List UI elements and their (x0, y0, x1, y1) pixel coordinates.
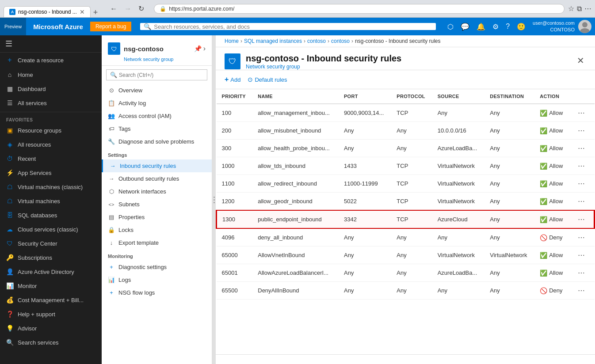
sidebar-item-security-center[interactable]: 🛡 Security Center (0, 236, 102, 250)
nsg-menu-subnets[interactable]: <> Subnets (102, 198, 212, 211)
bookmark-icon[interactable]: ☆ (568, 4, 574, 13)
more-button[interactable]: ⋯ (575, 214, 587, 224)
close-button[interactable]: ✕ (575, 53, 586, 68)
sidebar-item-advisor[interactable]: 💡 Advisor (0, 321, 102, 335)
cell-more[interactable]: ⋯ (570, 228, 595, 246)
add-button[interactable]: + Add (225, 74, 240, 85)
more-button[interactable]: ⋯ (575, 108, 587, 118)
breadcrumb-home[interactable]: Home (225, 38, 239, 44)
back-button[interactable]: ← (107, 4, 120, 14)
active-tab[interactable]: A nsg-contoso - Inbound ... ✕ (4, 6, 91, 17)
table-row[interactable]: 1100 allow_redirect_inbound 11000-11999 … (217, 175, 595, 193)
more-button[interactable]: ⋯ (575, 196, 587, 206)
sidebar-item-sql-databases[interactable]: 🗄 SQL databases (0, 208, 102, 222)
sidebar-item-resource-groups[interactable]: ▣ Resource groups (0, 123, 102, 137)
sidebar-item-azure-ad[interactable]: 👤 Azure Active Directory (0, 265, 102, 279)
sidebar-item-home[interactable]: ⌂ Home (0, 68, 102, 82)
table-row[interactable]: 200 allow_misubnet_inbound Any Any 10.0.… (217, 122, 595, 140)
sidebar-item-dashboard[interactable]: ▦ Dashboard (0, 82, 102, 96)
report-bug-button[interactable]: Report a bug (90, 22, 131, 31)
sidebar-item-vm-classic[interactable]: ☖ Virtual machines (classic) (0, 180, 102, 194)
breadcrumb-contoso-1[interactable]: contoso (307, 38, 326, 44)
table-row[interactable]: 65500 DenyAllInBound Any Any Any Any 🚫 D… (217, 282, 595, 300)
feedback-icon[interactable]: 💬 (458, 21, 472, 33)
nsg-menu-properties[interactable]: ▤ Properties (102, 211, 212, 224)
cell-more[interactable]: ⋯ (570, 140, 595, 157)
sidebar-item-subscriptions[interactable]: 🔑 Subscriptions (0, 250, 102, 265)
panel-resize-handle[interactable] (212, 35, 216, 364)
more-button[interactable]: ⋯ (575, 178, 587, 189)
table-row[interactable]: 1300 public_endpoint_inbound 3342 TCP Az… (217, 210, 595, 228)
table-row[interactable]: 65000 AllowVnetInBound Any Any VirtualNe… (217, 246, 595, 264)
sidebar-item-app-services[interactable]: ⚡ App Services (0, 166, 102, 180)
nsg-search-box[interactable]: 🔍 (106, 69, 207, 80)
more-button[interactable]: ⋯ (575, 161, 587, 171)
nsg-menu-inbound-rules[interactable]: → Inbound security rules (102, 159, 212, 172)
smiley-icon[interactable]: 🙂 (514, 21, 528, 33)
cell-more[interactable]: ⋯ (570, 104, 595, 122)
default-rules-button[interactable]: ⊙ Default rules (248, 74, 287, 85)
breadcrumb-contoso-2[interactable]: contoso (331, 38, 350, 44)
sidebar-item-all-resources[interactable]: ◈ All resources (0, 137, 102, 152)
menu-icon[interactable]: ⋯ (584, 4, 591, 13)
panel-chevron-button[interactable]: › (203, 45, 206, 53)
nsg-menu-tags[interactable]: 🏷 Tags (102, 122, 212, 135)
help-icon[interactable]: ? (503, 21, 512, 32)
extensions-icon[interactable]: ⧉ (577, 5, 582, 13)
forward-button[interactable]: → (122, 4, 134, 14)
sidebar-item-all-services[interactable]: ☰ All services (0, 96, 102, 110)
cell-more[interactable]: ⋯ (570, 175, 595, 193)
nsg-menu-diagnose[interactable]: 🔧 Diagnose and solve problems (102, 135, 212, 148)
more-button[interactable]: ⋯ (575, 125, 587, 136)
user-avatar[interactable] (578, 20, 591, 33)
sidebar-item-help-support[interactable]: ❓ Help + support (0, 307, 102, 321)
search-bar[interactable]: 🔍 (140, 23, 436, 30)
nsg-menu-iam[interactable]: 👥 Access control (IAM) (102, 110, 212, 122)
table-row[interactable]: 100 allow_management_inbou... 9000,9003,… (217, 104, 595, 122)
nsg-menu-nsg-flow-logs[interactable]: + NSG flow logs (102, 286, 212, 299)
nsg-menu-overview[interactable]: ⊙ Overview (102, 84, 212, 97)
nsg-menu-locks[interactable]: 🔒 Locks (102, 224, 212, 236)
sidebar-item-vm[interactable]: ☖ Virtual machines (0, 194, 102, 208)
sidebar-item-create-resource[interactable]: + Create a resource (0, 53, 102, 68)
more-button[interactable]: ⋯ (575, 285, 587, 296)
sidebar-item-search-services[interactable]: 🔍 Search services (0, 335, 102, 349)
table-row[interactable]: 1200 allow_geodr_inbound 5022 TCP Virtua… (217, 193, 595, 211)
sidebar-collapse-button[interactable]: ☰ (5, 39, 12, 49)
tab-close-button[interactable]: ✕ (80, 8, 85, 15)
notifications-icon[interactable]: 🔔 (474, 21, 488, 33)
address-bar[interactable]: 🔒 https://ms.portal.azure.com/ (154, 4, 564, 14)
table-row[interactable]: 65001 AllowAzureLoadBalancerI... Any Any… (217, 264, 595, 282)
table-row[interactable]: 1000 allow_tds_inbound 1433 TCP VirtualN… (217, 157, 595, 175)
nsg-menu-activity-log[interactable]: 📋 Activity log (102, 97, 212, 110)
panel-pin-button[interactable]: 📌 (194, 45, 202, 53)
cell-more[interactable]: ⋯ (570, 210, 595, 228)
sidebar-item-monitor[interactable]: 📊 Monitor (0, 279, 102, 293)
cloud-shell-icon[interactable]: ⬡ (445, 21, 456, 33)
nsg-menu-export-template[interactable]: ↓ Export template (102, 236, 212, 249)
sidebar-item-recent[interactable]: ⏱ Recent (0, 152, 102, 166)
nsg-search-input[interactable] (119, 72, 203, 78)
refresh-button[interactable]: ↻ (136, 4, 147, 14)
nsg-menu-network-interfaces[interactable]: ⬡ Network interfaces (102, 185, 212, 198)
cell-more[interactable]: ⋯ (570, 246, 595, 264)
cell-more[interactable]: ⋯ (570, 193, 595, 211)
nsg-menu-outbound-rules[interactable]: → Outbound security rules (102, 172, 212, 185)
cell-more[interactable]: ⋯ (570, 282, 595, 300)
settings-icon[interactable]: ⚙ (490, 21, 501, 33)
cell-more[interactable]: ⋯ (570, 122, 595, 140)
more-button[interactable]: ⋯ (575, 268, 587, 278)
search-input[interactable] (154, 23, 432, 30)
more-button[interactable]: ⋯ (575, 143, 587, 153)
new-tab-button[interactable]: + (91, 8, 101, 17)
more-button[interactable]: ⋯ (575, 250, 587, 260)
cell-more[interactable]: ⋯ (570, 157, 595, 175)
breadcrumb-sql-instances[interactable]: SQL managed instances (244, 38, 302, 44)
more-button[interactable]: ⋯ (575, 232, 587, 243)
nsg-menu-logs[interactable]: 📊 Logs (102, 273, 212, 286)
cell-more[interactable]: ⋯ (570, 264, 595, 282)
table-row[interactable]: 4096 deny_all_inbound Any Any Any Any 🚫 … (217, 228, 595, 246)
sidebar-item-cloud-services[interactable]: ☁ Cloud services (classic) (0, 222, 102, 236)
sidebar-item-cost-management[interactable]: 💰 Cost Management + Bill... (0, 293, 102, 307)
nsg-menu-diagnostic-settings[interactable]: + Diagnostic settings (102, 261, 212, 273)
